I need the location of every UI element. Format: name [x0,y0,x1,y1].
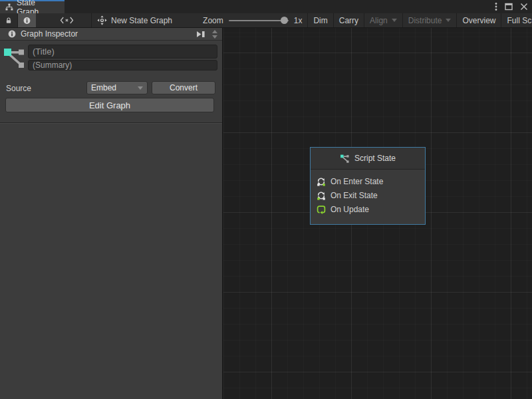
node-event-on-update[interactable]: On Update [317,202,425,216]
edit-graph-label: Edit Graph [89,100,130,110]
chevron-down-icon [392,19,397,22]
source-label: Source [6,84,31,93]
edit-graph-button[interactable]: Edit Graph [5,98,214,112]
info-icon [8,30,16,38]
chevron-down-icon [212,35,217,39]
node-event-on-enter-state[interactable]: On Enter State [317,174,425,188]
align-label: Align [370,16,388,25]
new-state-graph-label: New State Graph [111,16,172,25]
lock-button[interactable] [0,13,17,27]
distribute-dropdown-button[interactable]: Distribute [402,13,457,27]
panel-divider [0,122,222,124]
chevron-down-icon [138,86,143,90]
align-dropdown-button[interactable]: Align [364,13,402,27]
tab-bar: State Graph [0,0,532,13]
full-screen-label: Full Screen [507,16,532,25]
dim-button[interactable]: Dim [307,13,332,27]
chevron-down-icon [446,19,451,22]
panel-scroll-spinner[interactable] [210,30,219,39]
collapse-right-icon [196,31,205,38]
info-icon [23,17,31,25]
panel-title: Graph Inspector [21,29,78,39]
source-dropdown[interactable]: Embed [86,81,148,94]
zoom-slider[interactable] [229,20,289,21]
exit-state-icon [317,191,326,200]
window-controls [495,0,528,13]
collapse-panel-button[interactable] [194,30,207,39]
chevron-up-icon [212,30,217,33]
distribute-label: Distribute [408,16,442,25]
maximize-icon[interactable] [505,3,513,11]
graph-canvas[interactable]: Script State On Enter State [223,28,532,399]
update-icon [317,205,326,214]
node-event-label: On Exit State [331,191,378,200]
node-event-list: On Enter State On Exit State On [311,170,425,216]
script-state-node-header[interactable]: Script State [311,148,425,170]
code-icon [60,17,74,24]
convert-label: Convert [170,83,198,92]
graph-inspector-panel: Graph Inspector Source Embed Convert [0,28,223,399]
kebab-menu-icon[interactable] [495,2,497,11]
toolbar-right-group: Dim Carry Align Distribute Overview Full… [307,13,532,27]
dim-label: Dim [313,16,327,25]
convert-button[interactable]: Convert [152,81,215,94]
close-icon[interactable] [520,3,528,11]
zoom-label: Zoom [203,16,223,25]
toolbar: New State Graph Zoom 1x Dim Carry Align … [0,13,532,28]
lock-icon [5,17,12,25]
zoom-control: Zoom 1x [198,13,307,27]
carry-button[interactable]: Carry [333,13,364,27]
code-view-button[interactable] [55,13,79,27]
full-screen-button[interactable]: Full Screen [501,13,532,27]
node-event-label: On Enter State [331,177,383,186]
hierarchy-icon [5,3,13,11]
graph-node-icon [3,46,25,70]
node-event-label: On Update [331,205,369,214]
zoom-value: 1x [294,16,303,25]
enter-state-icon [317,177,326,186]
graph-node-icon [340,154,350,164]
script-state-node[interactable]: Script State On Enter State [310,147,426,225]
source-value: Embed [91,83,116,92]
carry-label: Carry [339,16,358,25]
title-input[interactable] [28,45,217,59]
new-state-graph-button[interactable]: New State Graph [91,13,178,27]
zoom-slider-handle[interactable] [281,17,288,24]
node-event-on-exit-state[interactable]: On Exit State [317,188,425,202]
node-title: Script State [354,154,396,163]
overview-button[interactable]: Overview [456,13,501,27]
inspector-toggle-button[interactable] [17,13,36,27]
overview-label: Overview [462,16,495,25]
graph-inspector-header: Graph Inspector [0,28,222,41]
summary-input[interactable] [28,60,217,70]
move-gizmo-icon [97,15,107,25]
tab-state-graph[interactable]: State Graph [0,0,65,13]
